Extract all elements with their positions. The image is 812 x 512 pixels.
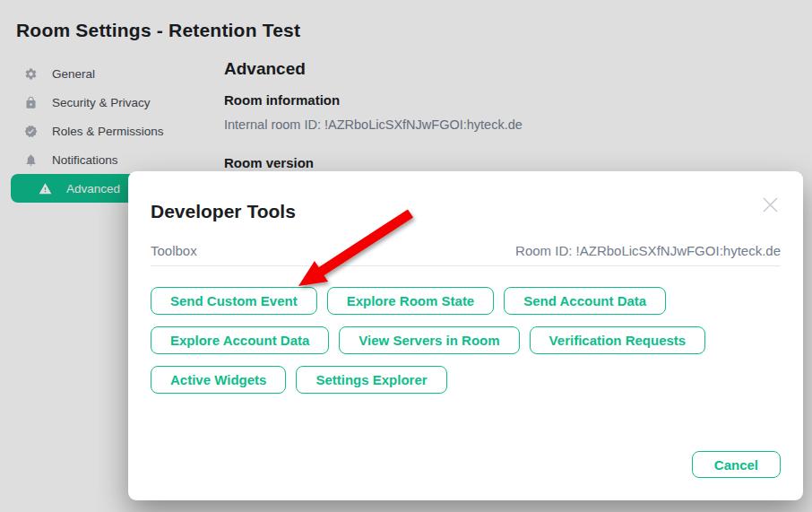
developer-tools-modal: Developer Tools Toolbox Room ID: !AZRboL… (128, 171, 803, 500)
explore-room-state-button[interactable]: Explore Room State (327, 287, 495, 315)
toolbox-label: Toolbox (151, 243, 197, 258)
cancel-button[interactable]: Cancel (692, 451, 781, 478)
view-servers-in-room-button[interactable]: View Servers in Room (339, 326, 519, 354)
toolbox-buttons: Send Custom Event Explore Room State Sen… (151, 287, 781, 394)
toolbox-button-row: Active Widgets Settings Explorer (151, 366, 781, 394)
send-account-data-button[interactable]: Send Account Data (504, 287, 666, 315)
toolbox-button-row: Explore Account Data View Servers in Roo… (151, 326, 781, 354)
settings-explorer-button[interactable]: Settings Explorer (296, 366, 446, 394)
toolbox-button-row: Send Custom Event Explore Room State Sen… (151, 287, 781, 315)
active-widgets-button[interactable]: Active Widgets (151, 366, 286, 394)
screen: Room Settings - Retention Test General S… (0, 0, 812, 512)
verification-requests-button[interactable]: Verification Requests (530, 326, 706, 354)
toolbox-header-row: Toolbox Room ID: !AZRboLicSXfNJwFGOI:hyt… (151, 243, 781, 258)
modal-title: Developer Tools (151, 201, 781, 222)
toolbox-divider (151, 265, 781, 266)
send-custom-event-button[interactable]: Send Custom Event (151, 287, 317, 315)
close-icon[interactable] (758, 193, 782, 216)
explore-account-data-button[interactable]: Explore Account Data (151, 326, 329, 354)
modal-room-id: Room ID: !AZRboLicSXfNJwFGOI:hyteck.de (515, 243, 781, 258)
